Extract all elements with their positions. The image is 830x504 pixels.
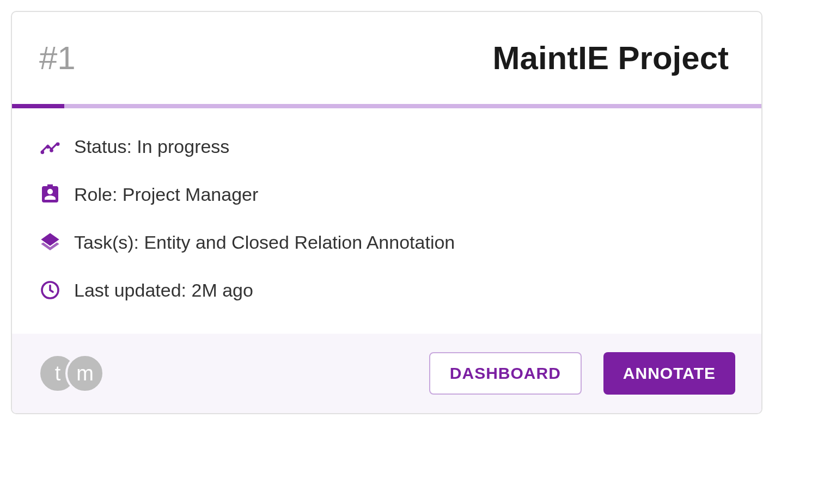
role-text: Role: Project Manager (74, 184, 258, 205)
chart-line-icon (39, 136, 61, 157)
layers-icon (39, 231, 61, 253)
card-body: Status: In progress Role: Project Manage… (12, 108, 761, 334)
svg-point-0 (41, 151, 45, 155)
card-header: #1 MaintIE Project (12, 12, 761, 104)
progress-bar (12, 104, 761, 108)
svg-point-1 (46, 145, 50, 149)
avatar-group: t m (38, 354, 105, 393)
svg-point-2 (50, 149, 53, 152)
project-card: #1 MaintIE Project Status: In progress R… (11, 11, 762, 414)
clock-icon (39, 279, 61, 301)
annotate-button[interactable]: ANNOTATE (603, 352, 735, 395)
project-title: MaintIE Project (493, 39, 729, 77)
tasks-text: Task(s): Entity and Closed Relation Anno… (74, 232, 455, 253)
updated-text: Last updated: 2M ago (74, 280, 253, 301)
tasks-row: Task(s): Entity and Closed Relation Anno… (39, 231, 734, 253)
card-footer: t m DASHBOARD ANNOTATE (12, 334, 761, 413)
avatar[interactable]: m (65, 354, 105, 393)
updated-row: Last updated: 2M ago (39, 279, 734, 301)
status-row: Status: In progress (39, 136, 734, 157)
dashboard-button[interactable]: DASHBOARD (429, 352, 582, 395)
progress-fill (12, 104, 64, 108)
badge-person-icon (39, 183, 61, 205)
role-row: Role: Project Manager (39, 183, 734, 205)
project-number: #1 (39, 39, 76, 77)
status-text: Status: In progress (74, 136, 229, 157)
action-buttons: DASHBOARD ANNOTATE (429, 352, 735, 395)
svg-point-3 (56, 143, 60, 146)
